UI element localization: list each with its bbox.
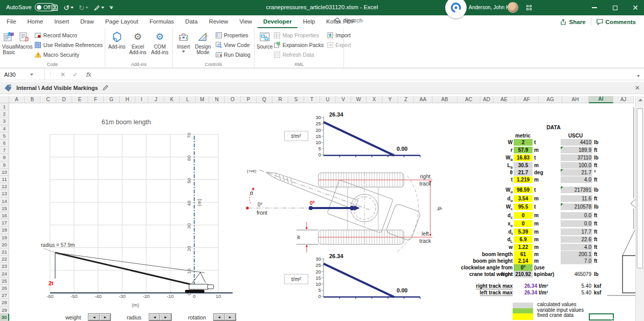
cancel-entry-button[interactable]: ✕ bbox=[57, 71, 69, 78]
metric-unit[interactable]: t bbox=[534, 139, 560, 146]
metric-unit[interactable]: m bbox=[534, 162, 560, 169]
row-header-23[interactable]: 23 bbox=[0, 263, 9, 270]
addins-button[interactable]: Add-ins bbox=[107, 30, 126, 60]
metric-value-cell[interactable]: 57.9 bbox=[514, 147, 533, 153]
visual-basic-button[interactable]: Visual Basic bbox=[2, 30, 16, 60]
column-header-E[interactable]: E bbox=[72, 96, 88, 103]
result-label[interactable]: right track max bbox=[456, 283, 513, 289]
result-unit[interactable]: t/m² bbox=[539, 289, 559, 296]
tab-home[interactable]: Home bbox=[22, 15, 49, 28]
row-header-25[interactable]: 25 bbox=[0, 278, 9, 285]
uscu-value-cell[interactable]: 200.1 bbox=[561, 251, 592, 258]
column-header-M[interactable]: M bbox=[196, 96, 209, 103]
metric-value-cell[interactable]: 61 bbox=[514, 251, 533, 258]
close-message-bar-button[interactable]: ✕ bbox=[635, 84, 640, 91]
uscu-value-cell[interactable]: 17.7 bbox=[561, 228, 592, 235]
row-label[interactable]: t bbox=[456, 176, 513, 183]
uscu-value-cell[interactable]: 0.0 bbox=[561, 220, 592, 227]
row-header-14[interactable]: 14 bbox=[0, 198, 9, 205]
metric-value-cell[interactable]: 1.22 bbox=[514, 244, 533, 250]
result-uscu-unit[interactable]: ksf bbox=[594, 289, 611, 296]
column-header-C[interactable]: C bbox=[40, 96, 56, 103]
use-relative-references-button[interactable]: Use Relative References bbox=[35, 41, 103, 49]
row-label[interactable]: w bbox=[456, 244, 513, 250]
metric-value-cell[interactable]: 16.83 bbox=[514, 154, 533, 161]
metric-unit[interactable]: t bbox=[534, 187, 560, 193]
column-header-R[interactable]: R bbox=[272, 96, 288, 103]
column-header-S[interactable]: S bbox=[288, 96, 304, 103]
view-code-button[interactable]: View Code bbox=[215, 41, 250, 49]
column-header-N[interactable]: N bbox=[209, 96, 225, 103]
metric-unit[interactable]: m bbox=[534, 220, 560, 227]
row-header-1[interactable]: 1 bbox=[0, 103, 9, 110]
row-header-5[interactable]: 5 bbox=[0, 132, 9, 140]
uscu-unit[interactable]: ft bbox=[594, 258, 611, 264]
spinbar-rotation[interactable]: ◄► bbox=[213, 313, 236, 321]
uscu-value-cell[interactable]: 100.0 bbox=[561, 162, 592, 169]
column-header-AF[interactable]: AF bbox=[515, 96, 539, 103]
column-header-J[interactable]: J bbox=[148, 96, 164, 103]
column-header-AG[interactable]: AG bbox=[539, 96, 562, 103]
search-box[interactable]: Search bbox=[335, 17, 362, 24]
insert-function-button[interactable]: fx bbox=[81, 71, 96, 78]
uscu-unit[interactable]: ft bbox=[594, 251, 611, 258]
row-header-29[interactable]: 29 bbox=[0, 307, 9, 314]
uscu-unit[interactable]: lb bbox=[594, 154, 611, 161]
tab-insert[interactable]: Insert bbox=[49, 15, 75, 28]
uscu-value-cell[interactable]: 210578 bbox=[561, 203, 592, 210]
column-header-B[interactable]: B bbox=[25, 96, 40, 103]
row-label[interactable]: Wc bbox=[456, 203, 513, 210]
metric-value-cell[interactable]: 2 bbox=[514, 139, 533, 146]
column-header-O[interactable]: O bbox=[225, 96, 241, 103]
spin-right-button[interactable]: ► bbox=[160, 314, 171, 320]
column-header-T[interactable]: T bbox=[304, 96, 320, 103]
run-dialog-button[interactable]: Run Dialog bbox=[215, 51, 250, 59]
metric-unit[interactable]: m bbox=[534, 236, 560, 243]
redo-button[interactable]: ↻ bbox=[79, 2, 89, 13]
uscu-unit[interactable]: ° bbox=[594, 169, 611, 176]
spin-left-button[interactable]: ◄ bbox=[149, 314, 160, 320]
metric-value-cell[interactable]: 5.39 bbox=[514, 228, 533, 235]
row-header-20[interactable]: 20 bbox=[0, 241, 9, 248]
uscu-unit[interactable]: lb bbox=[594, 203, 611, 210]
record-macro-button[interactable]: Record Macro bbox=[35, 31, 103, 39]
ink-button[interactable] bbox=[94, 5, 104, 11]
uscu-unit[interactable]: ft bbox=[594, 244, 611, 250]
row-header-8[interactable]: 8 bbox=[0, 154, 9, 161]
uscu-value-cell[interactable]: 11.6 bbox=[561, 195, 592, 202]
column-header-D[interactable]: D bbox=[56, 96, 72, 103]
uscu-unit[interactable]: ft bbox=[594, 236, 611, 243]
spin-right-button[interactable]: ► bbox=[225, 314, 236, 320]
row-label[interactable]: r bbox=[456, 147, 513, 153]
row-header-30[interactable]: 30 bbox=[0, 314, 9, 321]
metric-unit[interactable]: deg bbox=[534, 169, 560, 176]
column-header-Z[interactable]: Z bbox=[398, 96, 414, 103]
result-uscu-value[interactable]: 5.40 bbox=[561, 289, 592, 296]
uscu-value-cell[interactable]: 0.0 bbox=[561, 212, 592, 219]
row-header-10[interactable]: 10 bbox=[0, 169, 9, 176]
boom-elevation-chart[interactable]: -60-50-40-30-20-1001001020304050607061m … bbox=[38, 110, 240, 312]
uscu-unit[interactable]: lb bbox=[594, 271, 611, 278]
tab-draw[interactable]: Draw bbox=[75, 15, 100, 28]
source-button[interactable]: Source bbox=[257, 30, 273, 60]
macro-security-button[interactable]: Macro Security bbox=[35, 51, 103, 59]
uscu-value-cell[interactable]: 4.0 bbox=[561, 244, 592, 250]
column-header-X[interactable]: X bbox=[366, 96, 382, 103]
row-label[interactable]: dL bbox=[456, 236, 513, 243]
metric-unit[interactable]: t bbox=[534, 154, 560, 161]
share-button[interactable]: Share bbox=[555, 19, 591, 25]
metric-unit[interactable]: m bbox=[534, 251, 560, 258]
uscu-value-cell[interactable]: 7.0 bbox=[561, 258, 592, 264]
ribbon-display-options-button[interactable] bbox=[520, 0, 538, 15]
row-header-13[interactable]: 13 bbox=[0, 190, 9, 197]
metric-value-cell[interactable]: 21.7 bbox=[514, 169, 533, 176]
row-header-27[interactable]: 27 bbox=[0, 292, 9, 299]
pressure-unit-box-bottom[interactable]: t/m² bbox=[284, 274, 308, 284]
map-properties-button[interactable]: Map Properties bbox=[274, 31, 324, 39]
row-header-7[interactable]: 7 bbox=[0, 147, 9, 154]
uscu-value-cell[interactable]: 22.6 bbox=[561, 236, 592, 243]
tab-developer[interactable]: Developer bbox=[258, 15, 297, 28]
crane-plan-view-drawing[interactable]: (+ve) α 0° front 0⁰ right track left tra… bbox=[245, 165, 460, 257]
properties-button[interactable]: Properties bbox=[215, 31, 250, 39]
result-value[interactable]: 26.34 bbox=[514, 283, 537, 289]
